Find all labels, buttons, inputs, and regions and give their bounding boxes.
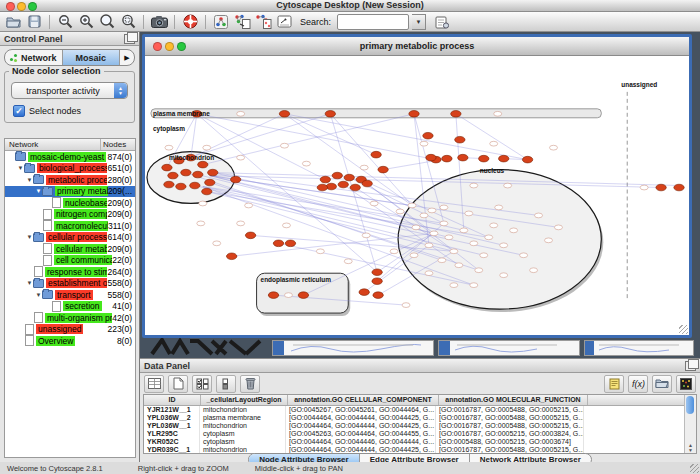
edge[interactable]	[191, 114, 197, 158]
gene-node-small[interactable]	[408, 203, 416, 208]
gene-node[interactable]	[273, 240, 283, 247]
gene-node[interactable]	[344, 174, 354, 181]
edge[interactable]	[203, 114, 414, 165]
gene-node[interactable]	[362, 180, 372, 187]
gene-node-small[interactable]	[420, 213, 428, 218]
gene-node[interactable]	[181, 169, 191, 176]
gene-node[interactable]	[176, 183, 186, 190]
gene-node[interactable]	[227, 253, 237, 260]
gene-node[interactable]	[285, 240, 295, 247]
disclosure-triangle-icon[interactable]: ▼	[17, 165, 24, 171]
table-row[interactable]: YLR295Ccytoplasm[GO:0045263, GO:0044464,…	[144, 430, 684, 438]
gene-node-small[interactable]	[281, 143, 289, 148]
gene-node[interactable]	[230, 176, 240, 183]
tree-row[interactable]: multi-organism pro42(0)	[5, 312, 135, 324]
gene-node[interactable]	[359, 289, 369, 296]
gene-node-small[interactable]	[440, 221, 448, 226]
gene-node-small[interactable]	[495, 205, 503, 210]
gene-node-small[interactable]	[480, 253, 488, 258]
tree-row[interactable]: nucleobase-209(0)	[5, 197, 135, 209]
attribute-table-grid[interactable]: ID_cellularLayoutRegionannotation.GO CEL…	[144, 395, 684, 453]
help-icon[interactable]	[181, 13, 199, 30]
table-row[interactable]: YKR052Ccytoplasm[GO:0044464, GO:0044446,…	[144, 438, 684, 446]
gene-node-small[interactable]	[197, 221, 205, 226]
table-column-header[interactable]: annotation.GO MOLECULAR_FUNCTION	[439, 395, 588, 405]
disclosure-triangle-icon[interactable]: ▼	[26, 280, 33, 286]
tree-row[interactable]: ▼primary metab209(...	[5, 186, 135, 198]
gene-node-small[interactable]	[450, 249, 458, 254]
gene-node[interactable]	[317, 184, 327, 191]
gene-node-small[interactable]	[470, 183, 478, 188]
gene-node[interactable]	[279, 111, 289, 118]
unselect-attributes-icon[interactable]	[216, 375, 236, 393]
tree-row[interactable]: Overview8(0)	[5, 335, 135, 347]
gene-node-small[interactable]	[640, 185, 648, 190]
table-row[interactable]: YPL036W__2plasma membrane[GO:0044464, GO…	[144, 414, 684, 422]
table-column-header[interactable]: ID	[144, 395, 201, 405]
select-attributes-icon[interactable]	[192, 375, 212, 393]
function-builder-icon[interactable]: f(x)	[628, 375, 648, 393]
tree-row[interactable]: ▼establishment of lo558(0)	[5, 278, 135, 290]
gene-node[interactable]	[198, 161, 208, 168]
edge[interactable]	[284, 114, 376, 155]
gene-node-small[interactable]	[500, 273, 508, 278]
network-canvas[interactable]: plasma membranecytoplasmmitochondrionnuc…	[145, 56, 689, 335]
gene-node[interactable]	[202, 188, 212, 195]
gene-node-small[interactable]	[545, 238, 553, 243]
gene-node-small[interactable]	[237, 221, 245, 226]
node-color-dropdown[interactable]: transporter activity ▲▼	[11, 82, 128, 99]
search-dropdown-button[interactable]: ▼	[412, 14, 426, 30]
gene-node[interactable]	[373, 292, 383, 299]
gene-node-small[interactable]	[420, 141, 428, 146]
background-window-sliver[interactable]	[438, 340, 580, 356]
gene-node-small[interactable]	[450, 283, 458, 288]
new-attribute-icon[interactable]	[168, 375, 188, 393]
gene-node-small[interactable]	[535, 213, 543, 218]
gene-node-small[interactable]	[412, 225, 420, 230]
tab-network[interactable]: Network	[5, 50, 63, 65]
gene-node[interactable]	[458, 154, 468, 161]
disclosure-triangle-icon[interactable]: ▼	[35, 292, 42, 298]
gene-node-small[interactable]	[554, 225, 562, 230]
tree-row[interactable]: nitrogen compo209(0)	[5, 209, 135, 221]
heatmap-icon[interactable]	[676, 375, 696, 393]
new-network-from-selection-icon[interactable]	[233, 13, 251, 30]
gene-node[interactable]	[298, 292, 308, 299]
gene-node-small[interactable]	[425, 243, 433, 248]
table-column-header[interactable]: annotation.GO CELLULAR_COMPONENT	[288, 395, 439, 405]
tree-row[interactable]: response to stimulu264(0)	[5, 266, 135, 278]
tree-column-nodes[interactable]: Nodes	[101, 139, 135, 150]
tree-row[interactable]: secretion41(0)	[5, 301, 135, 313]
gene-node-small[interactable]	[245, 203, 253, 208]
gene-node-small[interactable]	[470, 241, 478, 246]
gene-node-small[interactable]	[500, 243, 508, 248]
overview-window-sliver[interactable]	[150, 338, 265, 356]
tree-row[interactable]: ▼metabolic process280(0)	[5, 174, 135, 186]
tree-row[interactable]: cellular metabo209(0)	[5, 243, 135, 255]
zoom-selected-icon[interactable]	[119, 13, 137, 30]
table-column-header[interactable]	[588, 395, 684, 405]
gene-node[interactable]	[193, 171, 203, 178]
gene-node-small[interactable]	[520, 253, 528, 258]
gene-node-small[interactable]	[475, 268, 483, 273]
zoom-out-icon[interactable]	[56, 13, 74, 30]
tree-row[interactable]: unassigned223(0)	[5, 324, 135, 336]
gene-node[interactable]	[268, 292, 278, 299]
gene-node[interactable]	[479, 155, 489, 162]
gene-node-small[interactable]	[199, 201, 207, 206]
edge[interactable]	[191, 114, 285, 158]
float-panel-icon[interactable]	[124, 34, 135, 44]
new-network-edges-icon[interactable]	[254, 13, 272, 30]
gene-node-small[interactable]	[284, 293, 292, 298]
zoom-in-icon[interactable]	[77, 13, 95, 30]
snapshot-icon[interactable]	[150, 13, 168, 30]
gene-node-small[interactable]	[430, 231, 438, 236]
tree-row[interactable]: cell communicat22(0)	[5, 255, 135, 267]
gene-node[interactable]	[409, 111, 419, 118]
gene-node-small[interactable]	[438, 258, 446, 263]
gene-node-small[interactable]	[470, 283, 478, 288]
gene-node[interactable]	[205, 179, 215, 186]
gene-node-small[interactable]	[550, 145, 558, 150]
annotation-icon[interactable]	[275, 13, 293, 30]
gene-node-small[interactable]	[504, 183, 512, 188]
